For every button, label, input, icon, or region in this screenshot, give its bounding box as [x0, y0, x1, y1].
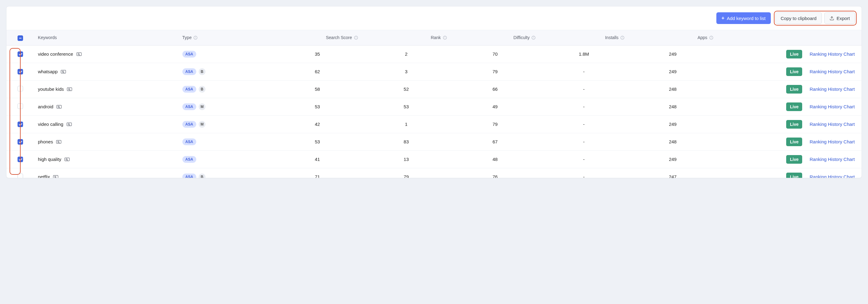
apps-value: 249	[669, 122, 677, 127]
col-type-label: Type	[182, 35, 192, 40]
asa-badge: ASA	[182, 86, 196, 93]
keyword-text: youtube kids	[38, 87, 64, 92]
info-icon[interactable]	[193, 35, 198, 40]
table-row: netflix ASAB717976-247LiveRanking Histor…	[6, 168, 862, 178]
keyword-search-icon[interactable]	[56, 104, 62, 109]
info-icon[interactable]	[709, 35, 714, 40]
rank-value: 3	[405, 69, 407, 74]
difficulty-value: 70	[492, 51, 498, 57]
keyword-search-icon[interactable]	[61, 69, 66, 74]
row-checkbox[interactable]	[18, 103, 23, 109]
info-icon[interactable]	[620, 35, 625, 40]
table-scroll[interactable]: Keywords Type Search Score	[6, 30, 862, 178]
apps-value: 249	[669, 69, 677, 74]
asa-badge: ASA	[182, 174, 196, 178]
asa-badge: ASA	[182, 51, 196, 58]
ranking-history-link[interactable]: Ranking History Chart	[810, 104, 855, 109]
live-badge[interactable]: Live	[786, 50, 802, 58]
svg-rect-19	[76, 53, 81, 56]
info-icon[interactable]	[354, 35, 358, 40]
row-checkbox[interactable]	[18, 86, 23, 91]
ranking-history-link[interactable]: Ranking History Chart	[810, 51, 855, 57]
upload-icon	[830, 16, 834, 21]
search_score-value: 53	[315, 104, 320, 109]
rank-value: 2	[405, 51, 407, 57]
keyword-search-icon[interactable]	[53, 175, 58, 178]
col-rank-label: Rank	[431, 35, 441, 40]
row-checkbox[interactable]	[18, 174, 23, 178]
keywords-table: Keywords Type Search Score	[6, 30, 862, 178]
live-badge[interactable]: Live	[786, 120, 802, 129]
toolbar: + Add keyword to list Copy to clipboard …	[6, 6, 862, 30]
live-badge[interactable]: Live	[786, 102, 802, 111]
installs-value: -	[583, 139, 585, 144]
ranking-history-link[interactable]: Ranking History Chart	[810, 87, 855, 92]
difficulty-value: 76	[492, 174, 498, 178]
rank-value: 13	[404, 157, 409, 162]
row-checkbox[interactable]	[18, 157, 23, 162]
rank-value: 79	[404, 174, 409, 178]
keyword-text: netflix	[38, 174, 50, 178]
row-checkbox[interactable]	[18, 122, 23, 127]
info-icon[interactable]	[443, 35, 447, 40]
keyword-text: whatsapp	[38, 69, 58, 74]
col-apps-label: Apps	[698, 35, 708, 40]
svg-rect-34	[57, 140, 61, 143]
plus-icon: +	[721, 16, 724, 21]
keyword-text: high quality	[38, 157, 61, 162]
type-extra-badge: B	[199, 68, 206, 75]
rank-value: 1	[405, 122, 407, 127]
rank-value: 52	[404, 87, 409, 92]
col-difficulty-label: Difficulty	[514, 35, 530, 40]
select-all-checkbox[interactable]	[18, 35, 23, 41]
keyword-search-icon[interactable]	[67, 87, 72, 91]
row-checkbox[interactable]	[18, 69, 23, 74]
svg-line-39	[67, 160, 68, 160]
search_score-value: 58	[315, 87, 320, 92]
keyword-search-icon[interactable]	[66, 122, 72, 126]
row-checkbox[interactable]	[18, 51, 23, 57]
live-badge[interactable]: Live	[786, 155, 802, 164]
live-badge[interactable]: Live	[786, 67, 802, 76]
svg-line-42	[56, 177, 57, 178]
svg-line-33	[69, 125, 70, 125]
search_score-value: 71	[315, 174, 320, 178]
row-checkbox[interactable]	[18, 139, 23, 145]
copy-label: Copy to clipboard	[781, 16, 817, 21]
table-row: android ASAM535349-248LiveRanking Histor…	[6, 98, 862, 115]
svg-line-27	[70, 90, 70, 90]
keyword-search-icon[interactable]	[76, 52, 82, 56]
keyword-search-icon[interactable]	[56, 140, 62, 144]
table-row: whatsapp ASAB62379-249LiveRanking Histor…	[6, 63, 862, 80]
keyword-text: video conference	[38, 51, 73, 57]
difficulty-value: 79	[492, 122, 498, 127]
svg-rect-31	[67, 123, 71, 126]
add-keyword-button[interactable]: + Add keyword to list	[716, 12, 771, 24]
ranking-history-link[interactable]: Ranking History Chart	[810, 139, 855, 144]
ranking-history-link[interactable]: Ranking History Chart	[810, 174, 855, 178]
apps-value: 249	[669, 51, 677, 57]
add-keyword-label: Add keyword to list	[727, 16, 766, 21]
ranking-history-link[interactable]: Ranking History Chart	[810, 122, 855, 127]
difficulty-value: 79	[492, 69, 498, 74]
live-badge[interactable]: Live	[786, 138, 802, 146]
keyword-search-icon[interactable]	[64, 157, 70, 161]
asa-badge: ASA	[182, 68, 196, 75]
difficulty-value: 48	[492, 157, 498, 162]
type-extra-badge: B	[199, 174, 206, 178]
export-button[interactable]: Export	[824, 12, 855, 24]
ranking-history-link[interactable]: Ranking History Chart	[810, 69, 855, 74]
installs-value: -	[583, 122, 585, 127]
ranking-history-link[interactable]: Ranking History Chart	[810, 157, 855, 162]
live-badge[interactable]: Live	[786, 173, 802, 178]
type-extra-badge: M	[199, 103, 206, 110]
info-icon[interactable]	[531, 35, 536, 40]
svg-rect-28	[57, 105, 62, 108]
apps-value: 248	[669, 104, 677, 109]
apps-value: 247	[669, 174, 677, 178]
col-installs-label: Installs	[605, 35, 619, 40]
type-extra-badge: B	[199, 86, 206, 93]
copy-to-clipboard-button[interactable]: Copy to clipboard	[775, 12, 822, 24]
live-badge[interactable]: Live	[786, 85, 802, 94]
search_score-value: 42	[315, 122, 320, 127]
